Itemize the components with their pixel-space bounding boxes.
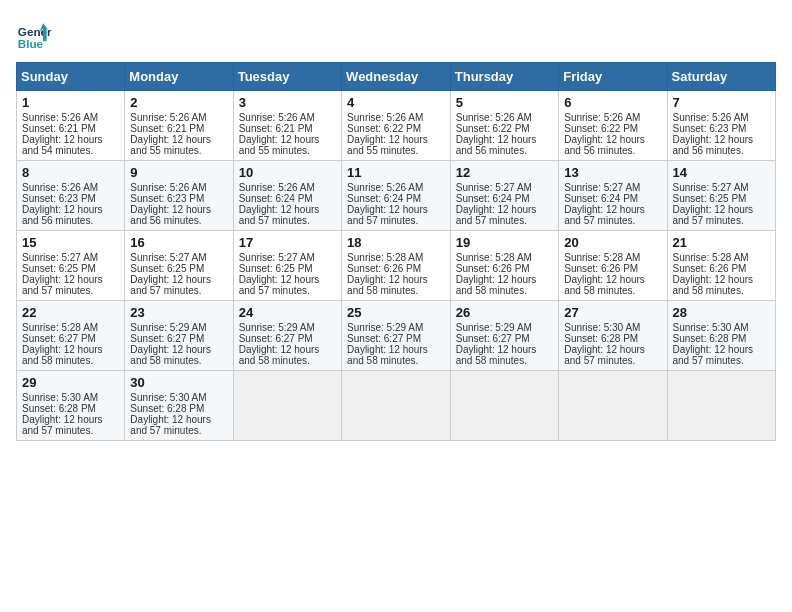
logo-icon: General Blue <box>16 16 52 52</box>
sunset-label: Sunset: 6:22 PM <box>456 123 530 134</box>
sunset-label: Sunset: 6:26 PM <box>673 263 747 274</box>
day-number: 6 <box>564 95 661 110</box>
table-row: 24 Sunrise: 5:29 AM Sunset: 6:27 PM Dayl… <box>233 301 341 371</box>
daylight-label: Daylight: 12 hours and 57 minutes. <box>456 204 537 226</box>
sunrise-label: Sunrise: 5:27 AM <box>22 252 98 263</box>
sunset-label: Sunset: 6:23 PM <box>673 123 747 134</box>
day-number: 11 <box>347 165 445 180</box>
sunrise-label: Sunrise: 5:27 AM <box>564 182 640 193</box>
weekday-header: Saturday <box>667 63 776 91</box>
day-number: 15 <box>22 235 119 250</box>
weekday-header: Thursday <box>450 63 558 91</box>
table-row: 18 Sunrise: 5:28 AM Sunset: 6:26 PM Dayl… <box>342 231 451 301</box>
table-row: 30 Sunrise: 5:30 AM Sunset: 6:28 PM Dayl… <box>125 371 233 441</box>
day-number: 3 <box>239 95 336 110</box>
day-number: 7 <box>673 95 771 110</box>
day-number: 23 <box>130 305 227 320</box>
sunrise-label: Sunrise: 5:26 AM <box>130 182 206 193</box>
day-number: 17 <box>239 235 336 250</box>
table-row <box>559 371 667 441</box>
table-row: 15 Sunrise: 5:27 AM Sunset: 6:25 PM Dayl… <box>17 231 125 301</box>
table-row: 9 Sunrise: 5:26 AM Sunset: 6:23 PM Dayli… <box>125 161 233 231</box>
daylight-label: Daylight: 12 hours and 58 minutes. <box>564 274 645 296</box>
sunrise-label: Sunrise: 5:28 AM <box>564 252 640 263</box>
sunset-label: Sunset: 6:23 PM <box>130 193 204 204</box>
sunset-label: Sunset: 6:24 PM <box>239 193 313 204</box>
table-row: 23 Sunrise: 5:29 AM Sunset: 6:27 PM Dayl… <box>125 301 233 371</box>
daylight-label: Daylight: 12 hours and 56 minutes. <box>130 204 211 226</box>
table-row: 8 Sunrise: 5:26 AM Sunset: 6:23 PM Dayli… <box>17 161 125 231</box>
table-row: 25 Sunrise: 5:29 AM Sunset: 6:27 PM Dayl… <box>342 301 451 371</box>
table-row <box>667 371 776 441</box>
day-number: 8 <box>22 165 119 180</box>
daylight-label: Daylight: 12 hours and 55 minutes. <box>239 134 320 156</box>
sunrise-label: Sunrise: 5:28 AM <box>347 252 423 263</box>
day-number: 13 <box>564 165 661 180</box>
table-row: 12 Sunrise: 5:27 AM Sunset: 6:24 PM Dayl… <box>450 161 558 231</box>
sunrise-label: Sunrise: 5:26 AM <box>347 182 423 193</box>
sunset-label: Sunset: 6:28 PM <box>22 403 96 414</box>
day-number: 5 <box>456 95 553 110</box>
sunrise-label: Sunrise: 5:29 AM <box>347 322 423 333</box>
sunrise-label: Sunrise: 5:26 AM <box>673 112 749 123</box>
sunset-label: Sunset: 6:27 PM <box>130 333 204 344</box>
day-number: 12 <box>456 165 553 180</box>
sunrise-label: Sunrise: 5:26 AM <box>456 112 532 123</box>
header: General Blue <box>16 16 776 52</box>
calendar-week-row: 8 Sunrise: 5:26 AM Sunset: 6:23 PM Dayli… <box>17 161 776 231</box>
sunset-label: Sunset: 6:21 PM <box>22 123 96 134</box>
table-row: 7 Sunrise: 5:26 AM Sunset: 6:23 PM Dayli… <box>667 91 776 161</box>
day-number: 24 <box>239 305 336 320</box>
table-row: 10 Sunrise: 5:26 AM Sunset: 6:24 PM Dayl… <box>233 161 341 231</box>
daylight-label: Daylight: 12 hours and 58 minutes. <box>456 344 537 366</box>
sunset-label: Sunset: 6:22 PM <box>564 123 638 134</box>
sunset-label: Sunset: 6:27 PM <box>22 333 96 344</box>
sunset-label: Sunset: 6:28 PM <box>673 333 747 344</box>
table-row: 4 Sunrise: 5:26 AM Sunset: 6:22 PM Dayli… <box>342 91 451 161</box>
day-number: 18 <box>347 235 445 250</box>
table-row: 1 Sunrise: 5:26 AM Sunset: 6:21 PM Dayli… <box>17 91 125 161</box>
day-number: 29 <box>22 375 119 390</box>
sunrise-label: Sunrise: 5:27 AM <box>673 182 749 193</box>
daylight-label: Daylight: 12 hours and 54 minutes. <box>22 134 103 156</box>
daylight-label: Daylight: 12 hours and 56 minutes. <box>564 134 645 156</box>
daylight-label: Daylight: 12 hours and 57 minutes. <box>130 414 211 436</box>
sunset-label: Sunset: 6:21 PM <box>239 123 313 134</box>
table-row: 19 Sunrise: 5:28 AM Sunset: 6:26 PM Dayl… <box>450 231 558 301</box>
logo: General Blue <box>16 16 52 52</box>
daylight-label: Daylight: 12 hours and 57 minutes. <box>564 204 645 226</box>
sunrise-label: Sunrise: 5:26 AM <box>564 112 640 123</box>
table-row: 22 Sunrise: 5:28 AM Sunset: 6:27 PM Dayl… <box>17 301 125 371</box>
table-row <box>233 371 341 441</box>
sunrise-label: Sunrise: 5:26 AM <box>22 112 98 123</box>
day-number: 21 <box>673 235 771 250</box>
sunrise-label: Sunrise: 5:26 AM <box>239 182 315 193</box>
table-row: 11 Sunrise: 5:26 AM Sunset: 6:24 PM Dayl… <box>342 161 451 231</box>
day-number: 26 <box>456 305 553 320</box>
day-number: 27 <box>564 305 661 320</box>
sunset-label: Sunset: 6:27 PM <box>347 333 421 344</box>
daylight-label: Daylight: 12 hours and 56 minutes. <box>673 134 754 156</box>
daylight-label: Daylight: 12 hours and 56 minutes. <box>22 204 103 226</box>
day-number: 16 <box>130 235 227 250</box>
sunrise-label: Sunrise: 5:30 AM <box>22 392 98 403</box>
calendar-week-row: 15 Sunrise: 5:27 AM Sunset: 6:25 PM Dayl… <box>17 231 776 301</box>
sunset-label: Sunset: 6:27 PM <box>456 333 530 344</box>
table-row: 16 Sunrise: 5:27 AM Sunset: 6:25 PM Dayl… <box>125 231 233 301</box>
sunrise-label: Sunrise: 5:29 AM <box>239 322 315 333</box>
sunrise-label: Sunrise: 5:27 AM <box>239 252 315 263</box>
day-number: 9 <box>130 165 227 180</box>
table-row <box>342 371 451 441</box>
calendar-week-row: 1 Sunrise: 5:26 AM Sunset: 6:21 PM Dayli… <box>17 91 776 161</box>
sunset-label: Sunset: 6:26 PM <box>347 263 421 274</box>
sunset-label: Sunset: 6:22 PM <box>347 123 421 134</box>
day-number: 19 <box>456 235 553 250</box>
day-number: 28 <box>673 305 771 320</box>
table-row: 17 Sunrise: 5:27 AM Sunset: 6:25 PM Dayl… <box>233 231 341 301</box>
table-row: 5 Sunrise: 5:26 AM Sunset: 6:22 PM Dayli… <box>450 91 558 161</box>
sunrise-label: Sunrise: 5:30 AM <box>130 392 206 403</box>
sunset-label: Sunset: 6:23 PM <box>22 193 96 204</box>
daylight-label: Daylight: 12 hours and 57 minutes. <box>130 274 211 296</box>
daylight-label: Daylight: 12 hours and 57 minutes. <box>22 414 103 436</box>
daylight-label: Daylight: 12 hours and 58 minutes. <box>347 274 428 296</box>
